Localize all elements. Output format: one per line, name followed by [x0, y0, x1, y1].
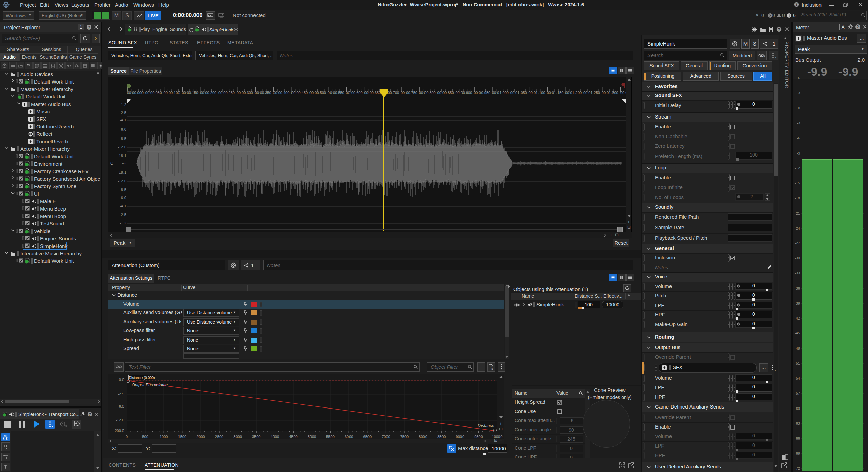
svg-text:00:00.200: 00:00.200 [200, 91, 216, 95]
svg-text:?: ? [89, 412, 91, 416]
svg-text:00:00.950: 00:00.950 [474, 91, 490, 95]
svg-text:S: S [491, 367, 493, 370]
svg-text:00:01.050: 00:01.050 [510, 91, 527, 95]
svg-text:00:00.100: 00:00.100 [164, 91, 180, 95]
svg-text:?: ? [88, 25, 90, 29]
svg-text:00:00.850: 00:00.850 [437, 91, 454, 95]
svg-text:00:00.600: 00:00.600 [346, 91, 363, 95]
svg-text:00:00.250: 00:00.250 [218, 91, 235, 95]
svg-text:00:00.750: 00:00.750 [401, 91, 417, 95]
svg-text:00:01.100: 00:01.100 [529, 91, 545, 95]
svg-text:00:00.050: 00:00.050 [145, 91, 162, 95]
svg-text:?: ? [795, 3, 797, 6]
svg-text:?: ? [778, 27, 780, 31]
svg-text:00:01.300: 00:01.300 [602, 91, 618, 95]
svg-text:00:00.900: 00:00.900 [455, 91, 472, 95]
svg-text:00:00.550: 00:00.550 [328, 91, 344, 95]
svg-text:00:00.450: 00:00.450 [291, 91, 308, 95]
svg-text:00:00.000: 00:00.000 [127, 91, 144, 95]
svg-text:00:00.650: 00:00.650 [364, 91, 381, 95]
svg-text:?: ? [857, 25, 859, 29]
svg-text:00:00.800: 00:00.800 [419, 91, 436, 95]
svg-text:00:00.150: 00:00.150 [182, 91, 198, 95]
svg-text:00:01.250: 00:01.250 [583, 91, 600, 95]
svg-text:00:01.150: 00:01.150 [547, 91, 563, 95]
svg-text:00:00.500: 00:00.500 [309, 91, 326, 95]
svg-text:00:01.200: 00:01.200 [565, 91, 582, 95]
svg-text:00:00.350: 00:00.350 [255, 91, 271, 95]
svg-text:00:00.400: 00:00.400 [273, 91, 289, 95]
svg-text:00:00.300: 00:00.300 [237, 91, 253, 95]
svg-text:00:01.000: 00:01.000 [492, 91, 509, 95]
